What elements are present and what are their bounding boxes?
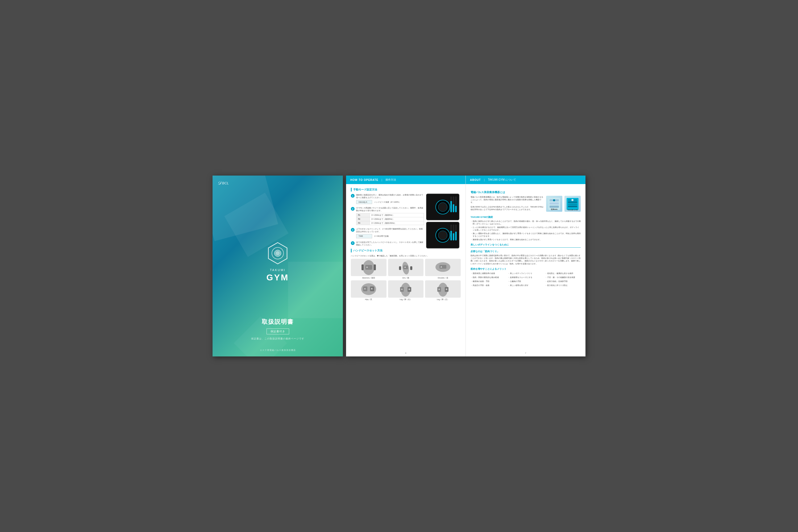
time-value: 1〜30分間で設施: [374, 235, 388, 238]
param-f3-label: F3: [357, 221, 370, 225]
step-2: 2 ①〜F3）の周波数パラメータを必要に応じて設定してください。期間中、各周波数…: [351, 207, 424, 226]
takumi-label: TAKUMI: [270, 268, 286, 271]
warranty-badge: 保証書付き: [267, 328, 289, 334]
svg-text:B: B: [371, 288, 373, 290]
svg-rect-11: [399, 266, 401, 270]
sliders-group-1: [450, 196, 457, 217]
comparison-left-label: 従来EMS: [546, 208, 562, 211]
slider-4: [450, 225, 452, 241]
comparison-img-left: 従来EMS: [546, 196, 562, 212]
merit-9: 起算力強化・症候群予防: [545, 280, 581, 283]
svg-point-2: [276, 251, 280, 255]
merit-11: 美しい姿勢を取り戻す: [508, 284, 544, 287]
intensity-label: Intensity A: [356, 200, 372, 204]
svg-text:A: A: [404, 266, 406, 268]
left-page-content: 手動モード設定方法: [346, 184, 466, 357]
handpiece-label-shoulder: Shoulder／肩: [438, 277, 448, 279]
cover-subtitle: 保証書は、この取扱説明書の最終ページです: [251, 337, 304, 341]
cover-page: 𝒟 BCL TAKUMI GYM 取扱説明書 保証書付き 保証書は、この取扱説明…: [212, 175, 343, 357]
svg-text:A: A: [401, 288, 403, 290]
section1-title: 手動モード設定方法: [351, 188, 461, 191]
step-3-text: 上下のボタンをクリックして、1〜30分間で施術時間を設定してください。初期設定は…: [356, 228, 424, 239]
svg-rect-7: [374, 264, 376, 270]
comparison-img-right: TAKUMI GYM: [565, 196, 581, 212]
feature-2: たった30分療法するだけで、施術期間と比べて管理万分間の筋肉トレーニングを行なっ…: [471, 226, 581, 231]
handpiece-abdomen: A Abdomen／腹部: [351, 259, 386, 279]
handpiece-leg-r: A B Leg／脚（右）: [388, 280, 424, 301]
time-row: TIME 1〜30分間で設施: [356, 234, 424, 238]
svg-text:A: A: [438, 288, 440, 290]
step-2-text: ①〜F3）の周波数パラメータを必要に応じて設定してください。期間中、各周波数が9…: [356, 207, 424, 226]
param-row-f3: F3 3〜150Hzまで（複雑150Hz）: [357, 221, 424, 225]
handpiece-leg-l: A B Leg／脚（左）: [425, 280, 461, 301]
right-page-number: 7: [466, 352, 586, 354]
svg-text:B: B: [446, 288, 448, 290]
feature-4: 施術着を脱がずに専用バンドをきくだけで、簡単に施術を始めることができます。: [471, 238, 581, 241]
about-section2-title: TAKUMI GYMの施術: [471, 215, 581, 219]
param-row-f1: F1 3〜150Hzまで（複雑5Hz）: [357, 213, 424, 217]
device-circle-1: [435, 200, 450, 214]
device-display: [426, 194, 461, 250]
left-header-jp: 操作方法: [385, 178, 396, 182]
handpiece-hips: A B Hips／尻: [351, 280, 386, 301]
page-container: 𝒟 BCL TAKUMI GYM 取扱説明書 保証書付き 保証書は、この取扱説明…: [212, 175, 586, 357]
handpiece-instruction: ハンドピースのセット位置は、❶で確認した「施術回数」を同じセット回置にしてくださ…: [351, 254, 461, 257]
right-page-header: ABOUT | TAKUMI GYM について: [466, 175, 586, 184]
bcl-logo: 𝒟 BCL: [217, 180, 229, 186]
merit-12: 筋力老化に伴うケガ防止: [545, 284, 581, 287]
bcl-text: BCL: [222, 181, 229, 185]
svg-text:A: A: [364, 288, 366, 290]
merit-6: 子宮・腸・その他臓器の安全保護: [545, 276, 581, 279]
feature-1: 筋肉に負荷をかけずに鍛えられることができて、筋肉の収縮筋や疲れ・筋・体への副作用…: [471, 220, 581, 225]
about-text-2: 従来のEMSでは主に上位10%の筋肉までしか鍛えられませんでしたが、TAKUMI…: [471, 206, 544, 211]
handpiece-shoulder: A Shoulder／肩: [425, 259, 461, 279]
right-page-content: 電磁パルス美容痩身機器とは 電磁パルス美容痩身機器とは、強力な電磁場によって深層…: [466, 184, 586, 357]
comparison-layout: 電磁パルス美容痩身機器とは、強力な電磁場によって深層の筋肉を強制的に収縮させるこ…: [471, 196, 581, 213]
slider-1: [450, 196, 452, 212]
manual-title: 取扱説明書: [262, 318, 294, 326]
comparison-images-col: 従来EMS: [546, 196, 581, 213]
handpiece-grid-top: A Abdomen／腹部 A: [351, 259, 461, 279]
handpiece-grid-bottom: A B Hips／尻 A: [351, 280, 461, 301]
merit-grid: 脂肪体質と減量効率の改善 美しいボディラインづくり 老化防止・健康的な若さを維持…: [471, 272, 581, 287]
merit-1: 脂肪体質と減量効率の改善: [471, 272, 506, 275]
step-4-number: 4: [351, 241, 355, 245]
comparison-images: 従来EMS: [546, 196, 581, 212]
sliders-group-2: [450, 225, 457, 246]
param-f3-val: 3〜150Hzまで（複雑150Hz）: [370, 221, 424, 225]
subsection2-title: 筋肉を増やすことによるメリット: [471, 267, 581, 271]
slider-2: [453, 196, 454, 212]
svg-point-35: [553, 199, 555, 201]
svg-point-41: [571, 199, 573, 201]
left-header-en: HOW TO OPERATE: [350, 178, 378, 182]
subsection1-title: 必要なのは「筋肉づくり」: [471, 250, 581, 253]
about-section1-title: 電磁パルス美容痩身機器とは: [471, 190, 581, 194]
merit-5: 血液循環をスムーズにする: [508, 276, 544, 279]
body-text: 筋肉は体の中で実際に基礎代謝率が高い部分で、筋肉の中が豊富なほどカロリーの消費が…: [471, 254, 581, 265]
step-3: 3 上下のボタンをクリックして、1〜30分間で施術時間を設定してください。初期設…: [351, 228, 424, 239]
about-text-1: 電磁パルス美容痩身機器とは、強力な電磁場によって深層の筋肉を強制的に収縮させるこ…: [471, 196, 544, 204]
slider-5: [453, 225, 454, 241]
handpiece-img-hips: A B: [351, 280, 386, 298]
step-2-number: 2: [351, 207, 355, 211]
handpiece-label-leg-l: Leg／脚（左）: [437, 299, 449, 301]
svg-text:B: B: [408, 288, 410, 290]
comparison-text: 電磁パルス美容痩身機器とは、強力な電磁場によって深層の筋肉を強制的に収縮させるこ…: [471, 196, 544, 213]
merit-8: 心臓病の予防: [508, 280, 544, 283]
param-f1-label: F1: [357, 213, 370, 217]
handpiece-arm: A Arm／腕: [388, 259, 424, 279]
device-panel-1: [426, 194, 459, 220]
left-page-header: HOW TO OPERATE | 操作方法: [346, 175, 466, 184]
merit-7: 糖尿病の改善・予防: [471, 280, 506, 283]
spread-pages: HOW TO OPERATE | 操作方法 手動モード設定方法: [346, 175, 586, 357]
step-3-number: 3: [351, 228, 355, 232]
handpiece-label-abdomen: Abdomen／腹部: [362, 277, 375, 279]
inner-right-page: ABOUT | TAKUMI GYM について 電磁パルス美容痩身機器とは 電磁…: [466, 175, 586, 357]
comparison-right-label: TAKUMI GYM: [565, 209, 581, 211]
device-panel-2: [426, 222, 459, 248]
bcl-script-b: 𝒟: [217, 180, 221, 186]
handpiece-img-leg-r: A B: [388, 280, 424, 298]
intensity-value: ハンドピース強度（8〜100%）: [374, 201, 401, 204]
step-1: 1 施術前に強度設定を行い、最初は低めの強度から始め、お客様の状態に合わせて徐々…: [351, 194, 424, 205]
slider-6: [455, 225, 457, 241]
